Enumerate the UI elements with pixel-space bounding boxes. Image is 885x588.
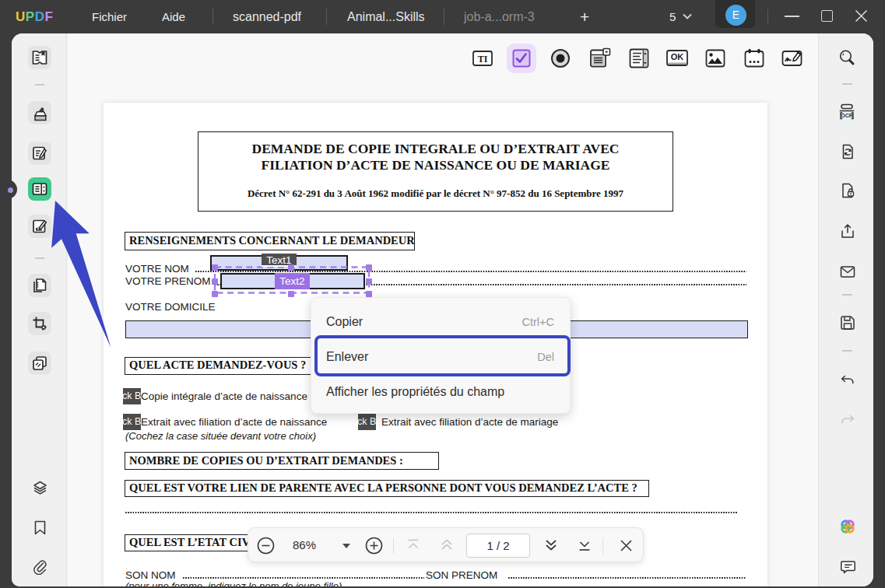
svg-text:TI: TI (478, 54, 488, 65)
svg-text:OCR: OCR (841, 113, 853, 118)
svg-text:OK: OK (671, 52, 684, 61)
